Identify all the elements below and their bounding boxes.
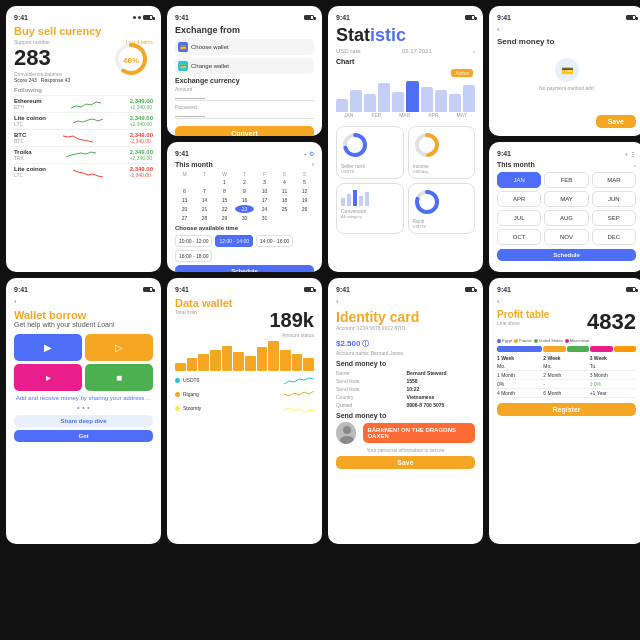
dbar5 bbox=[222, 346, 233, 372]
card-orange[interactable]: ▷ bbox=[85, 334, 153, 361]
sparkline-eth bbox=[71, 98, 101, 110]
back-arrow-wallet[interactable]: ‹ bbox=[14, 297, 153, 306]
plus-icon[interactable]: + bbox=[303, 151, 307, 157]
get-button[interactable]: Get bbox=[14, 430, 153, 442]
rate-table: 1 Week 2 Week 3 Week Mo. Mo. Tu. 1 Month… bbox=[497, 355, 636, 398]
egypt-dot bbox=[497, 339, 501, 343]
month-jun[interactable]: JUN bbox=[592, 191, 636, 207]
settings-icon[interactable]: ⚙ bbox=[309, 150, 314, 157]
ltc-price: 2,349.00 +2,340.00 bbox=[130, 115, 153, 127]
cal-next[interactable]: › bbox=[312, 161, 314, 168]
wallet2-row[interactable]: 💳 Change wallet bbox=[175, 58, 314, 74]
secure-text: Your personal information is secure bbox=[336, 447, 475, 453]
exchange-title: Exchange from bbox=[175, 25, 314, 35]
sparkline-btc bbox=[63, 132, 93, 144]
chart-area: Active JANFEBMARAPRMAY bbox=[336, 67, 475, 122]
card-pink[interactable]: ▸ bbox=[14, 364, 82, 391]
coin-eth: Ethereum ETH bbox=[14, 98, 42, 110]
month-feb[interactable]: FEB bbox=[544, 172, 588, 188]
income-sub: USD/day bbox=[413, 169, 471, 174]
identity-form: Name Bernard Steward Send Note 1558 Send… bbox=[336, 370, 475, 408]
data-num-section: Total from 189k Amount status bbox=[175, 309, 314, 338]
profit-number: 4832 bbox=[587, 309, 636, 335]
wallet-title: Wallet borrow bbox=[14, 309, 153, 321]
amount-row: Amount _________ bbox=[175, 86, 314, 101]
usdt-dot bbox=[175, 378, 180, 383]
calendar-header: This month › bbox=[175, 161, 314, 168]
time-wallet: 9:41 bbox=[14, 286, 28, 293]
list-item-stoomty: Stoomty bbox=[175, 402, 314, 414]
month-may[interactable]: MAY bbox=[544, 191, 588, 207]
donut-income bbox=[413, 131, 441, 159]
following-label: Following bbox=[14, 87, 153, 93]
dbar2 bbox=[187, 358, 198, 371]
card-blue[interactable]: ▶ bbox=[14, 334, 82, 361]
avatar-row: BÁRNNEN! ON THE DRAGONS OAXEN bbox=[336, 422, 475, 444]
form-row-country: Country Vietnamese bbox=[336, 394, 475, 400]
back-arrow-profit[interactable]: ‹ bbox=[497, 297, 636, 306]
month-aug[interactable]: AUG bbox=[544, 210, 588, 226]
password-input[interactable]: _________ bbox=[175, 111, 314, 119]
amount-label: Amount bbox=[175, 86, 314, 92]
btc-price: 2,349.00 -2,340.00 bbox=[130, 132, 153, 144]
calendar-card: 9:41 + ⚙ This month › M T W T F S S bbox=[167, 142, 322, 272]
exchange-card: 9:41 Exchange from 💳 Choose wallet 💳 Cha… bbox=[167, 6, 322, 136]
promo-banner: BÁRNNEN! ON THE DRAGONS OAXEN bbox=[363, 423, 475, 443]
month-jul[interactable]: JUL bbox=[497, 210, 541, 226]
months-header: This month › bbox=[497, 161, 636, 168]
back-arrow[interactable]: ‹ bbox=[497, 25, 636, 34]
rank-sub: USDTE bbox=[413, 224, 471, 229]
dots-icon[interactable]: ⋮ bbox=[630, 150, 636, 157]
svg-point-16 bbox=[340, 436, 354, 444]
month-apr[interactable]: APR bbox=[497, 191, 541, 207]
plus-icon-months[interactable]: + bbox=[624, 151, 628, 157]
month-nav[interactable]: › bbox=[634, 162, 636, 168]
status-bar-stat: 9:41 bbox=[336, 14, 475, 21]
timeslot-2[interactable]: 12:00 - 14:00 bbox=[215, 235, 252, 247]
bar10 bbox=[463, 85, 475, 112]
share-button[interactable]: Share deep dive bbox=[14, 415, 153, 427]
time-months: 9:41 bbox=[497, 150, 511, 157]
timeslot-1[interactable]: 10:00 - 12:00 bbox=[175, 235, 212, 247]
selected-day[interactable]: 23 bbox=[235, 205, 254, 213]
holder-name: Account name: Bernard Jones bbox=[336, 350, 475, 356]
coin-trk: Troika TRK bbox=[14, 149, 32, 161]
timeslot-4[interactable]: 16:00 - 18:00 bbox=[175, 250, 212, 262]
data-sub: Amount status bbox=[270, 332, 315, 338]
ring-svg: 46% bbox=[113, 41, 149, 77]
schedule-button-2[interactable]: Schedule bbox=[497, 249, 636, 261]
list-item-rigang: Rigang bbox=[175, 388, 314, 400]
legend-row: Egypt France United States Micronesia bbox=[497, 338, 636, 343]
register-button[interactable]: Register bbox=[497, 403, 636, 416]
battery-data bbox=[304, 287, 314, 292]
save-button-id[interactable]: Save bbox=[336, 456, 475, 469]
chart-months: JANFEBMARAPRMAY bbox=[336, 112, 475, 118]
card-green[interactable]: ■ bbox=[85, 364, 153, 391]
rigang-label-row: Rigang bbox=[175, 391, 199, 397]
svg-rect-11 bbox=[365, 192, 369, 206]
wallet2-label: Change wallet bbox=[191, 63, 229, 69]
svg-text:46%: 46% bbox=[123, 56, 139, 65]
wallet1-row[interactable]: 💳 Choose wallet bbox=[175, 39, 314, 55]
usdt-label-row: USDT6 bbox=[175, 377, 199, 383]
form-row-phone: Quoted 0906-8 700 5075 bbox=[336, 402, 475, 408]
month-nov[interactable]: NOV bbox=[544, 229, 588, 245]
month-mar[interactable]: MAR bbox=[592, 172, 636, 188]
month-jan[interactable]: JAN bbox=[497, 172, 541, 188]
month-oct[interactable]: OCT bbox=[497, 229, 541, 245]
bar7 bbox=[421, 87, 433, 112]
person-svg bbox=[336, 422, 356, 444]
statistic-card: 9:41 Statistic USD rate 02.17.2021 › Cha… bbox=[328, 6, 483, 272]
timeslot-3[interactable]: 14:00 - 16:00 bbox=[256, 235, 293, 247]
send-money-title1: Send money to bbox=[336, 360, 475, 367]
schedule-button[interactable]: Schedule bbox=[175, 265, 314, 272]
save-button[interactable]: Save bbox=[596, 115, 636, 128]
convert-button[interactable]: Convert bbox=[175, 126, 314, 136]
dbar8 bbox=[257, 347, 268, 371]
back-arrow-id[interactable]: ‹ bbox=[336, 297, 475, 306]
amount-input[interactable]: _________ bbox=[175, 93, 314, 101]
no-payment-section: 💳 No payment method add bbox=[497, 50, 636, 99]
avatar-img bbox=[336, 422, 356, 444]
month-dec[interactable]: DEC bbox=[592, 229, 636, 245]
month-sep[interactable]: SEP bbox=[592, 210, 636, 226]
